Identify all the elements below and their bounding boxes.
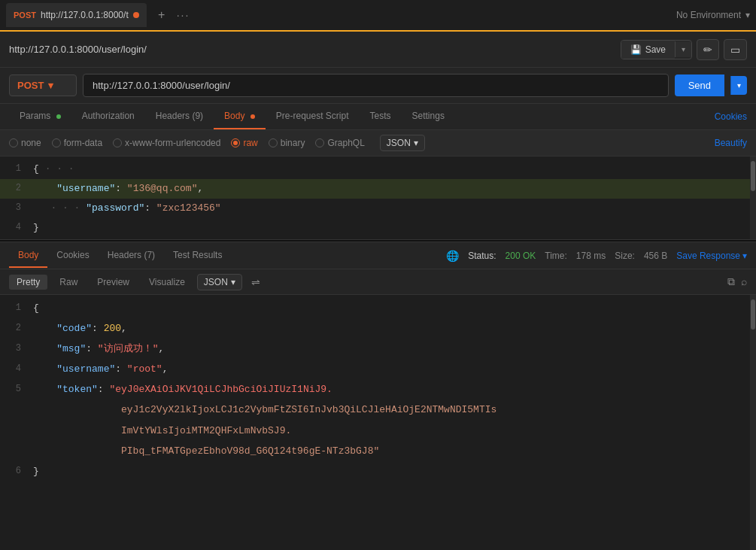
params-dot xyxy=(56,114,61,119)
request-tab[interactable]: POST http://127.0.0.1:8000/t xyxy=(6,3,147,27)
method-dropdown-icon: ▾ xyxy=(48,80,53,91)
response-scrollbar[interactable] xyxy=(750,295,756,550)
request-body-editor[interactable]: 1 { · · · 2 "username": "136@qq.com", 3 … xyxy=(0,156,756,239)
resp-json-chevron: ▾ xyxy=(231,277,235,287)
graphql-radio[interactable] xyxy=(315,138,324,147)
option-none[interactable]: none xyxy=(9,138,41,148)
save-button[interactable]: 💾 Save xyxy=(621,41,675,59)
tab-body[interactable]: Body xyxy=(214,104,266,129)
tab-method: POST xyxy=(14,11,36,20)
save-label: Save xyxy=(645,44,666,55)
method-url-row: POST ▾ Send ▾ xyxy=(0,68,756,104)
resp-tab-body[interactable]: Body xyxy=(9,244,47,268)
search-icon[interactable]: ⌕ xyxy=(741,275,747,288)
editor-scrollbar[interactable] xyxy=(750,156,756,239)
beautify-button[interactable]: Beautify xyxy=(715,138,747,148)
status-value: 200 OK xyxy=(506,251,536,261)
req-line-3: 3 · · · "password": "zxc123456" xyxy=(0,199,756,218)
req-line-1: 1 { · · · xyxy=(0,160,756,179)
resp-format-preview[interactable]: Preview xyxy=(90,275,137,290)
req-line-2: 2 "username": "136@qq.com", xyxy=(0,179,756,199)
size-label: Size: xyxy=(615,251,635,261)
raw-radio[interactable] xyxy=(231,138,240,147)
size-value: 456 B xyxy=(644,251,667,261)
url-display: http://127.0.0.1:8000/user/login/ xyxy=(9,44,147,55)
resp-line-1: 1 { xyxy=(0,298,756,318)
method-select[interactable]: POST ▾ xyxy=(9,74,77,96)
time-value: 178 ms xyxy=(576,251,606,261)
resp-line-2: 2 "code": 200, xyxy=(0,318,756,339)
save-dropdown-arrow[interactable]: ▾ xyxy=(675,41,691,57)
cookies-link[interactable]: Cookies xyxy=(715,111,747,122)
resp-line-5d: 5 PIbq_tFMATGpezEbhoV98d_G6Q124t96gE-NTz… xyxy=(0,441,756,461)
send-dropdown-button[interactable]: ▾ xyxy=(730,76,747,95)
body-options: none form-data x-www-form-urlencoded raw… xyxy=(0,130,756,156)
resp-line-4: 4 "username": "root", xyxy=(0,359,756,379)
tab-tests[interactable]: Tests xyxy=(360,104,402,129)
resp-tab-headers[interactable]: Headers (7) xyxy=(99,244,164,268)
resp-format-visualize[interactable]: Visualize xyxy=(141,275,193,290)
urlencoded-radio[interactable] xyxy=(113,138,122,147)
method-value: POST xyxy=(17,80,44,91)
globe-icon: 🌐 xyxy=(446,250,459,262)
json-selector[interactable]: JSON ▾ xyxy=(380,135,425,151)
resp-line-5: 5 "token": "eyJ0eXAiOiJKV1QiLCJhbGciOiJI… xyxy=(0,379,756,400)
tab-pre-request[interactable]: Pre-request Script xyxy=(266,104,360,129)
editor-scrollbar-thumb[interactable] xyxy=(751,161,755,191)
response-format-bar: Pretty Raw Preview Visualize JSON ▾ ⇌ ⧉ … xyxy=(0,269,756,295)
option-graphql[interactable]: GraphQL xyxy=(315,138,364,148)
tab-url: http://127.0.0.1:8000/t xyxy=(41,10,129,20)
tab-params[interactable]: Params xyxy=(9,104,71,129)
comment-icon: ▭ xyxy=(730,44,740,56)
chevron-down-icon: ▾ xyxy=(745,10,750,20)
tab-headers[interactable]: Headers (9) xyxy=(145,104,214,129)
option-binary[interactable]: binary xyxy=(269,138,305,148)
response-tabs: Body Cookies Headers (7) Test Results 🌐 … xyxy=(0,242,756,269)
response-scrollbar-thumb[interactable] xyxy=(751,299,755,330)
response-body-editor: 1 { 2 "code": 200, 3 "msg": "访问成功！", 4 "… xyxy=(0,295,756,550)
save-response-chevron: ▾ xyxy=(742,251,747,261)
resp-line-6: 6 } xyxy=(0,461,756,482)
send-button[interactable]: Send xyxy=(675,74,724,96)
comment-button[interactable]: ▭ xyxy=(724,39,747,60)
resp-line-3: 3 "msg": "访问成功！", xyxy=(0,339,756,359)
resp-format-raw[interactable]: Raw xyxy=(52,275,85,290)
resp-json-selector[interactable]: JSON ▾ xyxy=(197,274,242,290)
option-urlencoded[interactable]: x-www-form-urlencoded xyxy=(113,138,220,148)
tab-modified-dot xyxy=(133,12,139,18)
url-bar: http://127.0.0.1:8000/user/login/ 💾 Save… xyxy=(0,32,756,68)
resp-format-pretty[interactable]: Pretty xyxy=(9,275,47,290)
environment-label: No Environment xyxy=(676,10,741,20)
form-data-radio[interactable] xyxy=(52,138,61,147)
response-status-bar: 🌐 Status: 200 OK Time: 178 ms Size: 456 … xyxy=(446,250,747,262)
status-label: Status: xyxy=(468,251,496,261)
body-dot xyxy=(250,114,255,119)
filter-icon[interactable]: ⇌ xyxy=(251,276,260,288)
add-tab-button[interactable]: + xyxy=(153,6,171,24)
save-response-button[interactable]: Save Response ▾ xyxy=(676,251,747,261)
request-tabs: Params Authorization Headers (9) Body Pr… xyxy=(0,104,756,130)
more-tabs-button[interactable]: ··· xyxy=(177,9,190,21)
none-radio[interactable] xyxy=(9,138,18,147)
binary-radio[interactable] xyxy=(269,138,278,147)
tab-settings[interactable]: Settings xyxy=(402,104,455,129)
top-bar: POST http://127.0.0.1:8000/t + ··· No En… xyxy=(0,0,756,32)
save-button-group: 💾 Save ▾ xyxy=(621,40,692,59)
option-raw[interactable]: raw xyxy=(231,138,257,148)
resp-tab-cookies[interactable]: Cookies xyxy=(47,244,98,268)
copy-icon[interactable]: ⧉ xyxy=(727,275,735,288)
resp-line-5b: 5 eyJ1c2VyX2lkIjoxLCJ1c2VybmFtZSI6InJvb3… xyxy=(0,400,756,420)
option-form-data[interactable]: form-data xyxy=(52,138,102,148)
save-icon: 💾 xyxy=(630,44,642,55)
environment-selector[interactable]: No Environment ▾ xyxy=(676,10,750,20)
raw-radio-dot xyxy=(233,141,238,145)
tab-authorization[interactable]: Authorization xyxy=(71,104,145,129)
json-chevron-icon: ▾ xyxy=(414,138,418,148)
edit-button[interactable]: ✏ xyxy=(697,39,719,60)
url-input[interactable] xyxy=(83,74,669,97)
resp-action-icons: ⧉ ⌕ xyxy=(727,275,747,288)
edit-icon: ✏ xyxy=(703,44,712,56)
resp-tab-test-results[interactable]: Test Results xyxy=(164,244,231,268)
resp-line-5c: 5 ImVtYWlsIjoiMTM2QHFxLmNvbSJ9. xyxy=(0,421,756,441)
url-actions: 💾 Save ▾ ✏ ▭ xyxy=(621,39,747,60)
